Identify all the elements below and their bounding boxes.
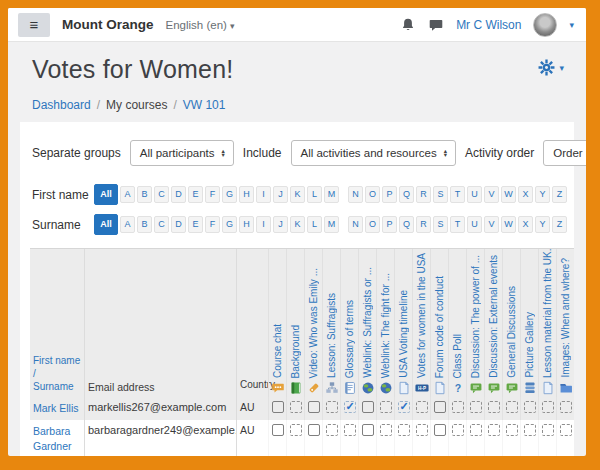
firstname-letter-P[interactable]: P — [382, 186, 397, 203]
completion-checkbox[interactable] — [380, 401, 392, 413]
firstname-letter-S[interactable]: S — [433, 186, 448, 203]
completion-checkbox[interactable] — [542, 401, 554, 413]
completion-checkbox[interactable] — [488, 424, 500, 436]
activity-link[interactable]: Forum code of conduct — [435, 276, 445, 378]
course-settings-menu[interactable]: ▾ — [538, 59, 564, 76]
completion-checkbox[interactable] — [344, 424, 356, 436]
surname-letter-B[interactable]: B — [137, 216, 152, 233]
activity-link[interactable]: Votes for women in the USA — [417, 253, 427, 378]
completion-checkbox[interactable] — [344, 401, 356, 413]
completion-checkbox[interactable] — [452, 424, 464, 436]
breadcrumb-dashboard[interactable]: Dashboard — [32, 98, 91, 112]
completion-checkbox[interactable] — [560, 424, 572, 436]
surname-letter-O[interactable]: O — [365, 216, 380, 233]
firstname-letter-F[interactable]: F — [205, 186, 220, 203]
surname-letter-R[interactable]: R — [416, 216, 431, 233]
completion-checkbox[interactable] — [362, 401, 374, 413]
firstname-letter-V[interactable]: V — [484, 186, 499, 203]
completion-checkbox[interactable] — [308, 401, 320, 413]
include-select[interactable]: All activities and resources ▴▾ — [291, 140, 456, 166]
messages-icon[interactable] — [428, 17, 444, 33]
activity-link[interactable]: USA Voting timeline — [399, 290, 409, 378]
completion-checkbox[interactable] — [380, 424, 392, 436]
activity-link[interactable]: Glossary of terms — [345, 300, 355, 378]
surname-letter-N[interactable]: N — [348, 216, 363, 233]
groups-select[interactable]: All participants ▴▾ — [130, 140, 234, 166]
surname-letter-U[interactable]: U — [467, 216, 482, 233]
firstname-letter-E[interactable]: E — [188, 186, 203, 203]
surname-letter-H[interactable]: H — [239, 216, 254, 233]
avatar[interactable] — [533, 13, 557, 37]
surname-letter-T[interactable]: T — [450, 216, 465, 233]
firstname-all-button[interactable]: All — [94, 184, 118, 205]
activity-link[interactable]: Weblink: Suffragists or ... — [363, 267, 373, 378]
completion-checkbox[interactable] — [416, 424, 428, 436]
surname-letter-F[interactable]: F — [205, 216, 220, 233]
student-name-link[interactable]: Barbara Gardner — [30, 420, 84, 456]
completion-checkbox[interactable] — [272, 401, 284, 413]
firstname-letter-K[interactable]: K — [290, 186, 305, 203]
surname-letter-A[interactable]: A — [120, 216, 135, 233]
activity-link[interactable]: Lesson material from the UK... — [543, 250, 553, 378]
surname-letter-L[interactable]: L — [307, 216, 322, 233]
surname-letter-D[interactable]: D — [171, 216, 186, 233]
firstname-letter-N[interactable]: N — [348, 186, 363, 203]
completion-checkbox[interactable] — [398, 401, 410, 413]
completion-checkbox[interactable] — [506, 401, 518, 413]
site-brand[interactable]: Mount Orange — [62, 17, 154, 32]
completion-checkbox[interactable] — [524, 401, 536, 413]
activity-link[interactable]: Discussion: External events — [489, 255, 499, 378]
surname-letter-G[interactable]: G — [222, 216, 237, 233]
activity-link[interactable]: Course chat — [273, 324, 283, 378]
student-name-link[interactable]: Mark Ellis — [30, 397, 84, 420]
activity-link[interactable]: Images: When and where? — [561, 258, 571, 378]
firstname-letter-B[interactable]: B — [137, 186, 152, 203]
firstname-letter-O[interactable]: O — [365, 186, 380, 203]
completion-checkbox[interactable] — [488, 401, 500, 413]
bell-icon[interactable] — [400, 17, 416, 33]
firstname-letter-C[interactable]: C — [154, 186, 169, 203]
firstname-letter-U[interactable]: U — [467, 186, 482, 203]
order-select[interactable]: Order in course ▴▾ — [543, 140, 586, 166]
surname-letter-S[interactable]: S — [433, 216, 448, 233]
firstname-letter-W[interactable]: W — [501, 186, 516, 203]
completion-checkbox[interactable] — [452, 401, 464, 413]
surname-letter-K[interactable]: K — [290, 216, 305, 233]
firstname-letter-X[interactable]: X — [518, 186, 533, 203]
completion-checkbox[interactable] — [362, 424, 374, 436]
completion-checkbox[interactable] — [524, 424, 536, 436]
activity-link[interactable]: Lesson: Suffragists — [327, 293, 337, 378]
language-menu[interactable]: English (en) ▾ — [166, 19, 235, 31]
activity-link[interactable]: Picture Gallery — [525, 312, 535, 378]
firstname-letter-T[interactable]: T — [450, 186, 465, 203]
firstname-letter-G[interactable]: G — [222, 186, 237, 203]
completion-checkbox[interactable] — [506, 424, 518, 436]
completion-checkbox[interactable] — [290, 424, 302, 436]
sort-surname-link[interactable]: Surname — [33, 380, 82, 393]
completion-checkbox[interactable] — [434, 424, 446, 436]
firstname-letter-A[interactable]: A — [120, 186, 135, 203]
completion-checkbox[interactable] — [308, 424, 320, 436]
completion-checkbox[interactable] — [326, 424, 338, 436]
activity-link[interactable]: Discussion: The power of ... — [471, 255, 481, 378]
firstname-letter-M[interactable]: M — [324, 186, 339, 203]
firstname-letter-Q[interactable]: Q — [399, 186, 414, 203]
completion-checkbox[interactable] — [542, 424, 554, 436]
completion-checkbox[interactable] — [398, 424, 410, 436]
firstname-letter-J[interactable]: J — [273, 186, 288, 203]
activity-link[interactable]: Background — [291, 325, 301, 378]
completion-checkbox[interactable] — [272, 424, 284, 436]
activity-link[interactable]: General Discussions — [507, 286, 517, 378]
completion-checkbox[interactable] — [290, 401, 302, 413]
completion-checkbox[interactable] — [560, 401, 572, 413]
completion-checkbox[interactable] — [470, 424, 482, 436]
completion-checkbox[interactable] — [470, 401, 482, 413]
firstname-letter-L[interactable]: L — [307, 186, 322, 203]
sort-firstname-link[interactable]: First name / — [33, 354, 82, 380]
caret-down-icon[interactable]: ▾ — [569, 20, 574, 30]
surname-letter-V[interactable]: V — [484, 216, 499, 233]
activity-link[interactable]: Weblink: The fight for ... — [381, 273, 391, 378]
firstname-letter-I[interactable]: I — [256, 186, 271, 203]
surname-letter-M[interactable]: M — [324, 216, 339, 233]
surname-letter-I[interactable]: I — [256, 216, 271, 233]
